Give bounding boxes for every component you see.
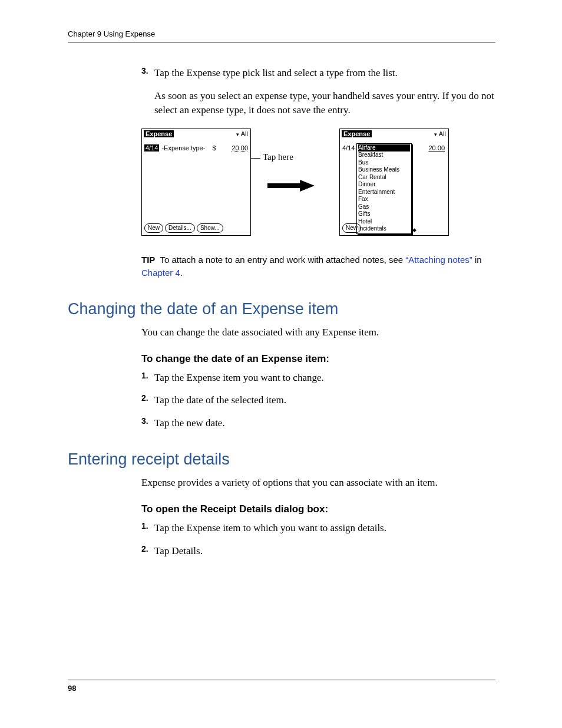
category-picker[interactable]: All: [434, 130, 446, 137]
expense-type-popup[interactable]: Airfare Breakfast Bus Business Meals Car…: [356, 143, 412, 234]
popup-item[interactable]: Fax: [358, 196, 410, 203]
entry-date: 4/14: [342, 144, 355, 151]
step-number: 2.: [141, 544, 154, 559]
entry-date[interactable]: 4/14: [144, 144, 159, 151]
link-attaching-notes[interactable]: “Attaching notes”: [405, 255, 472, 265]
step-text: Tap the Expense item you want to change.: [154, 371, 324, 386]
amount-value: 20.00: [428, 144, 445, 151]
step-text: Tap the date of the selected item.: [154, 393, 286, 408]
popup-item[interactable]: Gifts: [358, 210, 410, 218]
link-chapter-4[interactable]: Chapter 4: [141, 268, 180, 278]
tip-text-post: .: [180, 268, 183, 278]
step-text: Tap the new date.: [154, 416, 225, 431]
popup-item[interactable]: Incidentals: [358, 225, 410, 233]
figure: Expense All 4/14 -Expense type- $ 20.00 …: [141, 129, 495, 236]
page-number: 98: [68, 680, 495, 693]
section-intro: Expense provides a variety of options th…: [141, 476, 495, 490]
section-heading-change-date: Changing the date of an Expense item: [68, 300, 495, 318]
step-number: 2.: [141, 393, 154, 408]
step-number: 1.: [141, 521, 154, 536]
popup-item[interactable]: Hotel: [358, 218, 410, 226]
procedure-heading: To change the date of an Expense item:: [141, 353, 495, 365]
step-followup: As soon as you select an expense type, y…: [154, 89, 495, 118]
popup-item[interactable]: Gas: [358, 203, 410, 211]
device-screenshot-right: Expense All 4/14 20.00 Airfare Breakfast…: [339, 129, 449, 236]
section-heading-receipt-details: Entering receipt details: [68, 450, 495, 469]
step-number: 3.: [141, 66, 154, 81]
device-screenshot-left: Expense All 4/14 -Expense type- $ 20.00 …: [141, 129, 251, 236]
popup-item[interactable]: Breakfast: [358, 151, 410, 159]
step-text: Tap the Expense type pick list and selec…: [154, 66, 398, 81]
amount-field[interactable]: 20.00: [232, 144, 248, 151]
show-button[interactable]: Show...: [197, 223, 223, 233]
tip-label: TIP: [141, 255, 155, 265]
popup-item-selected[interactable]: Airfare: [358, 144, 410, 152]
new-button[interactable]: New: [342, 223, 361, 233]
app-title: Expense: [342, 130, 372, 137]
step-number: 1.: [141, 371, 154, 386]
step-number: 3.: [141, 416, 154, 431]
section-intro: You can change the date associated with …: [141, 325, 495, 340]
popup-item[interactable]: Business Meals: [358, 166, 410, 174]
popup-item[interactable]: Car Rental: [358, 174, 410, 182]
tip-text-mid: in: [472, 255, 482, 265]
app-title: Expense: [144, 130, 174, 137]
popup-item[interactable]: Dinner: [358, 181, 410, 189]
category-picker[interactable]: All: [236, 130, 248, 137]
svg-marker-0: [267, 180, 315, 192]
arrow-icon: [267, 180, 315, 192]
step-text: Tap the Expense item to which you want t…: [154, 521, 386, 536]
popup-item[interactable]: Entertainment: [358, 189, 410, 196]
tip-paragraph: TIP To attach a note to an entry and wor…: [141, 253, 495, 280]
procedure-heading: To open the Receipt Details dialog box:: [141, 503, 495, 515]
step-text: Tap Details.: [154, 544, 203, 559]
expense-type-picklist[interactable]: -Expense type-: [161, 144, 205, 151]
new-button[interactable]: New: [144, 223, 163, 233]
callout-label: Tap here: [263, 152, 293, 162]
running-header: Chapter 9 Using Expense: [68, 29, 495, 42]
details-button[interactable]: Details...: [165, 223, 195, 233]
popup-item[interactable]: Bus: [358, 159, 410, 167]
tip-text-pre: To attach a note to an entry and work wi…: [160, 255, 405, 265]
scroll-down-icon[interactable]: ◆: [412, 227, 416, 233]
currency-symbol: $: [212, 144, 216, 151]
